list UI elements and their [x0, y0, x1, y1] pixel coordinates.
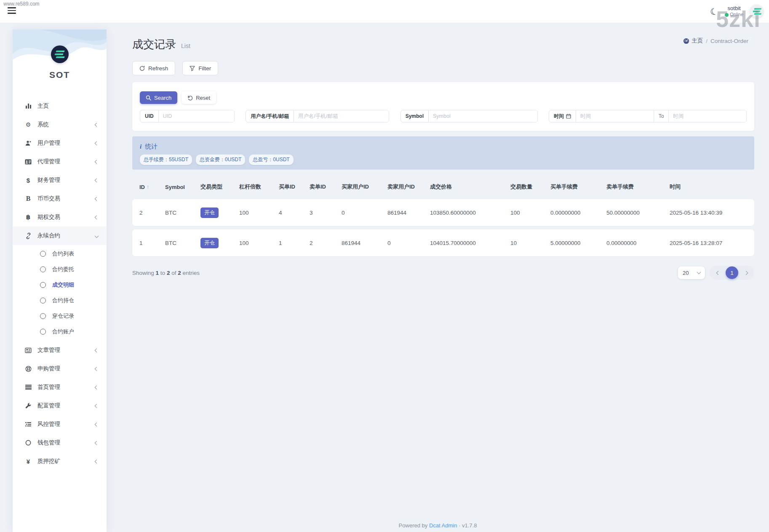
filter-field-symbol: Symbol: [401, 110, 538, 122]
submenu-trade-detail[interactable]: 成交明细: [13, 277, 107, 293]
cell-leverage: 100: [239, 240, 279, 246]
cell-time: 2025-05-16 13:28:07: [670, 240, 754, 246]
sidebar-item-label: 首页管理: [37, 383, 95, 391]
breadcrumb-separator: /: [706, 38, 708, 44]
user-block[interactable]: sotbit Online: [725, 5, 743, 18]
gear-icon: ⚙: [24, 121, 32, 128]
sidebar-item-risk[interactable]: 风控管理: [13, 415, 107, 434]
sidebar-item-wallet[interactable]: 钱包管理: [13, 434, 107, 452]
sidebar-item-homepage[interactable]: 首页管理: [13, 378, 107, 396]
table-row[interactable]: 2 BTC 开仓 100 4 3 0 861944 103850.6000000…: [132, 199, 754, 226]
current-page-button[interactable]: 1: [726, 266, 738, 279]
toolbar: Refresh Filter: [132, 61, 754, 75]
sidebar-item-label: 钱包管理: [37, 439, 95, 447]
circle-icon: [40, 313, 46, 319]
column-header: 卖单手续费: [606, 183, 670, 191]
symbol-input[interactable]: [429, 110, 537, 122]
submenu-liquidation-records[interactable]: 穿仓记录: [13, 308, 107, 324]
column-header: 交易类型: [200, 183, 239, 191]
sidebar-item-subscription[interactable]: 申购管理: [13, 359, 107, 378]
time-start-input[interactable]: [576, 110, 654, 122]
refresh-button[interactable]: Refresh: [132, 61, 175, 75]
sidebar-item-perpetual[interactable]: 永续合约: [13, 226, 107, 245]
page-title: 成交记录: [132, 37, 176, 52]
time-end-input[interactable]: [669, 110, 746, 122]
submenu-contract-list[interactable]: 合约列表: [13, 246, 107, 261]
page-footer: Powered by Dcat Admin · v1.7.8: [107, 522, 769, 529]
uid-input[interactable]: [159, 110, 234, 122]
menu-toggle-icon[interactable]: [8, 7, 16, 14]
time-to-label: To: [654, 110, 669, 122]
circle-icon: [40, 329, 46, 335]
page-size-select[interactable]: 20: [678, 266, 705, 279]
sidebar-item-option-trade[interactable]: ฿ 期权交易: [13, 208, 107, 226]
chevron-left-icon: [95, 385, 99, 389]
filter-card: Search Reset UID 用户名/手机/邮箱 Symbol: [132, 82, 754, 131]
cell-sell-id: 2: [310, 240, 342, 246]
column-header: 交易数量: [510, 183, 550, 191]
search-button[interactable]: Search: [140, 91, 177, 104]
sidebar-item-home[interactable]: 主页: [13, 97, 107, 115]
dark-mode-icon[interactable]: ☾: [709, 6, 719, 16]
chevron-left-icon: [95, 122, 99, 127]
sidebar-item-spot-trade[interactable]: B 币币交易: [13, 189, 107, 208]
column-header: 买单手续费: [550, 183, 606, 191]
cell-sell-fee: 0.00000000: [606, 240, 670, 246]
cell-price: 104015.70000000: [430, 240, 510, 246]
user-icon: [24, 140, 32, 146]
sidebar-item-config[interactable]: 配置管理: [13, 396, 107, 415]
cell-time: 2025-05-16 13:40:39: [670, 210, 754, 216]
stats-panel: i 统计 总手续费：55USDT 总资金费：0USDT 总盈亏：0USDT: [132, 136, 754, 170]
search-icon: [146, 95, 151, 101]
page-subtitle: List: [181, 43, 190, 49]
reset-button[interactable]: Reset: [182, 91, 216, 104]
info-icon: i: [140, 143, 142, 150]
column-header: 买单ID: [279, 183, 310, 191]
breadcrumb-home[interactable]: 主页: [683, 37, 703, 45]
filter-button[interactable]: Filter: [182, 61, 218, 75]
sidebar-item-finance[interactable]: $ 财务管理: [13, 171, 107, 189]
circle-icon: [40, 251, 46, 257]
chevron-left-icon: [95, 404, 99, 408]
column-header: 成交价格: [430, 183, 510, 191]
sort-asc-icon[interactable]: ↑: [147, 184, 149, 190]
dcat-admin-link[interactable]: Dcat Admin: [429, 522, 457, 529]
next-page-button[interactable]: [740, 267, 752, 279]
sidebar-item-system[interactable]: ⚙ 系统: [13, 115, 107, 134]
cell-buy-fee: 0.00000000: [550, 210, 606, 216]
column-header: 买家用户ID: [342, 183, 387, 191]
submenu-contract-positions[interactable]: 合约持仓: [13, 293, 107, 308]
cell-price: 103850.60000000: [430, 210, 510, 216]
chart-bar-icon: [24, 103, 32, 109]
sidebar-item-articles[interactable]: 文章管理: [13, 341, 107, 359]
cell-buyer-uid: 0: [342, 210, 387, 216]
sidebar-item-agents[interactable]: 代理管理: [13, 152, 107, 171]
username: sotbit: [725, 5, 743, 12]
avatar[interactable]: [750, 5, 764, 18]
brand-logo: [51, 45, 69, 63]
prev-page-button[interactable]: [712, 267, 724, 279]
column-header-id[interactable]: ID ↑: [139, 184, 165, 190]
sidebar-item-label: 配置管理: [37, 402, 95, 410]
reset-icon: [187, 95, 193, 101]
user-input[interactable]: [294, 110, 389, 122]
sidebar: SOT 主页 ⚙ 系统 用户管理: [13, 29, 107, 532]
chevron-left-icon: [95, 367, 99, 371]
submenu-contract-accounts[interactable]: 合约账户: [13, 324, 107, 339]
cell-seller-uid: 861944: [387, 210, 430, 216]
sidebar-item-staking[interactable]: ¥ 质押挖矿: [13, 452, 107, 471]
sidebar-item-label: 文章管理: [37, 346, 95, 354]
titlebar: 成交记录 List: [132, 37, 754, 52]
trade-type-badge: 开仓: [200, 238, 219, 248]
sidebar-item-label: 系统: [37, 121, 95, 128]
yen-icon: ¥: [24, 458, 32, 465]
cell-seller-uid: 0: [387, 240, 430, 246]
table-row[interactable]: 1 BTC 开仓 100 1 2 861944 0 104015.7000000…: [132, 229, 754, 256]
symbol-label: Symbol: [401, 110, 429, 122]
trade-type-badge: 开仓: [200, 207, 219, 218]
stats-title: 统计: [145, 143, 158, 151]
stat-badge-total-fee: 总手续费：55USDT: [140, 154, 192, 165]
sidebar-item-users[interactable]: 用户管理: [13, 134, 107, 152]
chevron-left-icon: [95, 197, 99, 201]
submenu-contract-orders[interactable]: 合约委托: [13, 261, 107, 277]
